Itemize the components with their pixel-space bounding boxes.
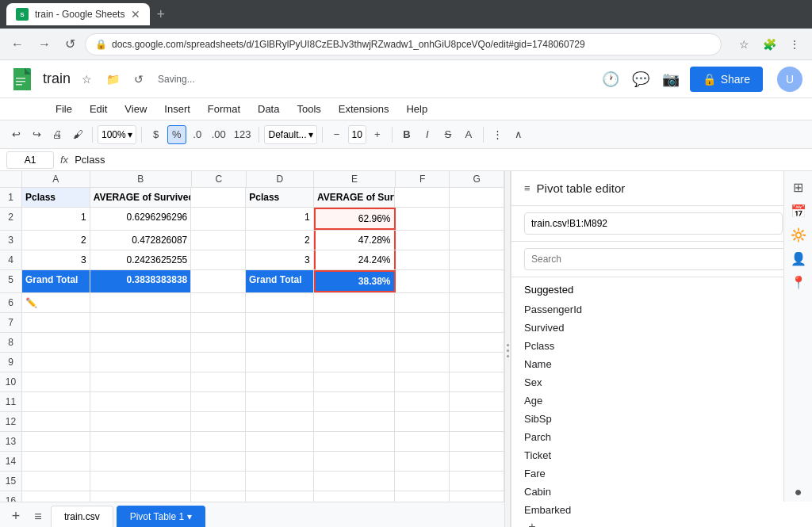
cell-c15[interactable] [191, 472, 246, 491]
cell-b10[interactable] [90, 372, 192, 391]
cell-c11[interactable] [191, 392, 246, 411]
cell-c3[interactable] [191, 231, 246, 250]
menu-edit[interactable]: Edit [82, 101, 115, 116]
cell-g14[interactable] [450, 452, 504, 471]
user-avatar[interactable]: U [777, 67, 802, 92]
menu-extensions[interactable]: Extensions [331, 101, 397, 116]
col-header-f[interactable]: F [396, 171, 450, 187]
forward-button[interactable]: → [33, 34, 56, 55]
bookmark-icon[interactable]: ☆ [733, 33, 755, 55]
cell-c13[interactable] [191, 432, 246, 451]
redo-button[interactable]: ↪ [27, 125, 46, 144]
italic-button[interactable]: I [418, 125, 437, 144]
add-sheet-button[interactable]: + [6, 507, 25, 526]
cell-g2[interactable] [450, 208, 504, 230]
cell-a2[interactable]: 1 [22, 208, 90, 230]
print-button[interactable]: 🖨 [48, 125, 67, 144]
cell-b1[interactable]: AVERAGE of Survived [90, 188, 192, 207]
zoom-dropdown[interactable]: 100% ▾ [98, 125, 136, 144]
calendar-icon[interactable]: 📅 [789, 201, 808, 220]
cell-f9[interactable] [395, 353, 450, 372]
cell-d5[interactable]: Grand Total [246, 270, 314, 292]
col-header-a[interactable]: A [22, 171, 90, 187]
col-header-c[interactable]: C [192, 171, 247, 187]
formula-input[interactable]: Pclass [75, 154, 806, 166]
cell-e11[interactable] [314, 392, 396, 411]
cell-g5[interactable] [450, 270, 504, 292]
field-item-survived[interactable]: Survived [524, 319, 799, 337]
cell-a13[interactable] [22, 432, 90, 451]
menu-format[interactable]: Format [200, 101, 248, 116]
sheet-tab-pivot-table[interactable]: Pivot Table 1 ▾ [117, 506, 206, 528]
back-button[interactable]: ← [6, 34, 29, 55]
extensions-icon[interactable]: 🧩 [758, 33, 780, 55]
menu-tools[interactable]: Tools [289, 101, 328, 116]
cell-c14[interactable] [191, 452, 246, 471]
add-field-button[interactable]: + [524, 519, 540, 527]
cell-a3[interactable]: 2 [22, 231, 90, 250]
cell-b13[interactable] [90, 432, 192, 451]
cell-g12[interactable] [450, 412, 504, 431]
undo-button[interactable]: ↩ [6, 125, 25, 144]
clock-icon[interactable]: 🕐 [599, 68, 622, 90]
cell-f1[interactable] [395, 188, 450, 207]
decimal-less-button[interactable]: .0 [188, 125, 207, 144]
cell-e12[interactable] [314, 412, 396, 431]
cell-f12[interactable] [395, 412, 450, 431]
cell-f3[interactable] [396, 231, 450, 250]
cell-c12[interactable] [191, 412, 246, 431]
cell-e2[interactable]: 62.96% [314, 208, 396, 230]
cell-b3[interactable]: 0.472826087 [90, 231, 192, 250]
strikethrough-button[interactable]: S [439, 125, 458, 144]
cell-g13[interactable] [450, 432, 504, 451]
collapse-toolbar-button[interactable]: ∧ [509, 125, 528, 144]
field-item-embarked[interactable]: Embarked [524, 501, 799, 519]
cell-e10[interactable] [314, 372, 396, 391]
maps-icon[interactable]: 📍 [789, 273, 808, 292]
sheet-menu-button[interactable]: ≡ [29, 507, 48, 526]
cell-d12[interactable] [246, 412, 314, 431]
cell-b5[interactable]: 0.3838383838 [90, 270, 192, 292]
cell-a7[interactable] [22, 313, 90, 332]
cell-b2[interactable]: 0.6296296296 [90, 208, 192, 230]
cell-a10[interactable] [22, 372, 90, 391]
cell-g8[interactable] [450, 333, 504, 352]
cell-c7[interactable] [191, 313, 246, 332]
cell-g11[interactable] [450, 392, 504, 411]
cell-c8[interactable] [191, 333, 246, 352]
cell-b11[interactable] [90, 392, 192, 411]
cell-g6[interactable] [450, 293, 504, 312]
more-options-icon[interactable]: ⋮ [783, 33, 806, 55]
menu-data[interactable]: Data [250, 101, 287, 116]
cell-e7[interactable] [314, 313, 396, 332]
cell-d9[interactable] [246, 353, 314, 372]
menu-insert[interactable]: Insert [156, 101, 198, 116]
cell-d8[interactable] [246, 333, 314, 352]
cell-g10[interactable] [450, 372, 504, 391]
folder-icon[interactable]: 📁 [103, 70, 123, 89]
cell-d6[interactable] [246, 293, 314, 312]
cell-e13[interactable] [314, 432, 396, 451]
cell-e4[interactable]: 24.24% [314, 250, 396, 269]
cell-f10[interactable] [395, 372, 450, 391]
cell-c9[interactable] [191, 353, 246, 372]
cell-c10[interactable] [191, 372, 246, 391]
cell-f8[interactable] [395, 333, 450, 352]
text-color-button[interactable]: A [459, 125, 478, 144]
cell-f7[interactable] [395, 313, 450, 332]
cell-e8[interactable] [314, 333, 396, 352]
cell-b7[interactable] [90, 313, 192, 332]
cell-g1[interactable] [450, 188, 504, 207]
more-formats-button[interactable]: ⋮ [488, 125, 508, 144]
font-size-decrease-button[interactable]: − [327, 125, 347, 144]
cell-f11[interactable] [395, 392, 450, 411]
address-bar[interactable]: 🔒 docs.google.com/spreadsheets/d/1GlBRyl… [85, 33, 722, 55]
cell-g15[interactable] [450, 472, 504, 491]
cell-a4[interactable]: 3 [22, 250, 90, 269]
cell-d7[interactable] [246, 313, 314, 332]
google-apps-icon[interactable]: ⊞ [789, 178, 808, 197]
cell-a5[interactable]: Grand Total [22, 270, 90, 292]
cell-g9[interactable] [450, 353, 504, 372]
cell-c2[interactable] [191, 208, 246, 230]
cell-g4[interactable] [450, 250, 504, 269]
